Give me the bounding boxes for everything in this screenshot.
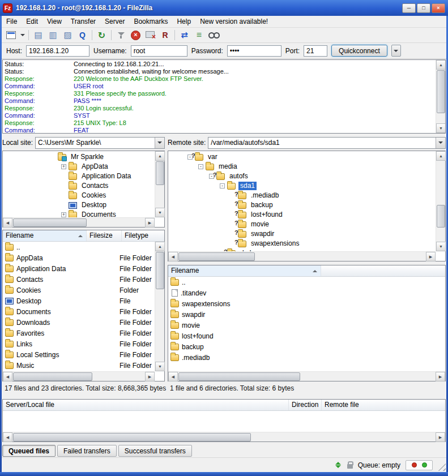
scroll-thumb[interactable] <box>178 372 300 381</box>
remote-tree-toggle-icon[interactable] <box>61 29 75 41</box>
remote-row-titandev[interactable]: .titandev <box>168 288 445 298</box>
tab-successful-transfers[interactable]: Successful transfers <box>118 445 192 457</box>
local-row-local-settings[interactable]: Local Settings File Folder <box>3 349 155 360</box>
column-header-server-local-file[interactable]: Server/Local file <box>3 400 289 410</box>
password-input[interactable] <box>227 45 281 57</box>
remote-tree-item-autofs[interactable]: - autofs <box>168 171 436 181</box>
local-site-value[interactable]: C:\Users\Mr Sparkle\ <box>36 138 155 148</box>
remote-tree-item-lost-found[interactable]: lost+found <box>168 210 436 220</box>
local-tree-item-appdata[interactable]: + AppData <box>3 162 155 171</box>
remote-row-swapdir[interactable]: swapdir <box>168 309 445 320</box>
local-list-hscrollbar[interactable] <box>3 371 155 381</box>
remote-tree-hscrollbar[interactable] <box>168 251 436 261</box>
local-row-desktop[interactable]: Desktop File <box>3 295 155 306</box>
menu-item-transfer[interactable]: Transfer <box>66 16 100 27</box>
local-row-contacts[interactable]: Contacts File Folder <box>3 274 155 285</box>
column-header-filesize[interactable]: Filesize <box>87 230 122 241</box>
filter-icon[interactable] <box>114 29 128 41</box>
maximize-button[interactable]: □ <box>417 3 430 13</box>
scroll-left-button[interactable] <box>3 372 12 381</box>
tree-expander[interactable]: + <box>61 212 66 217</box>
scroll-right-button[interactable] <box>145 218 155 228</box>
scroll-down-button[interactable] <box>155 362 165 371</box>
scroll-right-button[interactable] <box>436 372 445 381</box>
scroll-left-button[interactable] <box>168 252 178 261</box>
remote-tree-item-mediadb[interactable]: .mediadb <box>168 191 436 200</box>
menu-item-view[interactable]: View <box>42 16 66 27</box>
scroll-up-button[interactable] <box>436 151 446 161</box>
remote-tree-item-movie[interactable]: movie <box>168 220 436 229</box>
scroll-down-button[interactable] <box>436 242 446 251</box>
local-tree-toggle-icon[interactable] <box>46 29 60 41</box>
local-tree-item-cookies[interactable]: Cookies <box>3 191 155 200</box>
quickconnect-button[interactable]: Quickconnect <box>331 45 387 57</box>
remote-row-mediadb[interactable]: .mediadb <box>168 352 445 363</box>
remote-tree-item-media[interactable]: - media <box>168 162 436 171</box>
menu-item-file[interactable]: File <box>2 16 22 27</box>
disconnect-icon[interactable] <box>143 29 157 41</box>
queue-toggle-icon[interactable] <box>75 29 89 41</box>
local-row-cookies[interactable]: Cookies Folder <box>3 285 155 295</box>
scroll-up-button[interactable] <box>155 242 165 251</box>
message-log-toggle-icon[interactable] <box>31 29 45 41</box>
remote-row-lost-found[interactable]: lost+found <box>168 331 445 341</box>
local-row-documents[interactable]: Documents File Folder <box>3 306 155 317</box>
minimize-button[interactable]: ─ <box>402 3 416 13</box>
scroll-thumb[interactable] <box>13 433 251 441</box>
menu-item-server[interactable]: Server <box>100 16 129 27</box>
local-row-appdata[interactable]: AppData File Folder <box>3 252 155 263</box>
local-tree-item-application-data[interactable]: Application Data <box>3 171 155 181</box>
scroll-left-button[interactable] <box>3 432 12 442</box>
tree-expander[interactable]: - <box>220 183 225 188</box>
host-input[interactable] <box>26 45 89 57</box>
remote-tree-vscrollbar[interactable] <box>436 151 445 251</box>
local-site-combo[interactable]: C:\Users\Mr Sparkle\ <box>35 137 165 149</box>
log-scrollbar[interactable] <box>436 60 445 133</box>
remote-row-backup[interactable]: backup <box>168 341 445 352</box>
scroll-right-button[interactable] <box>436 432 445 442</box>
menu-item-bookmarks[interactable]: Bookmarks <box>129 16 172 27</box>
scroll-right-button[interactable] <box>426 252 436 261</box>
scroll-left-button[interactable] <box>3 218 12 228</box>
site-manager-dropdown-icon[interactable] <box>19 29 26 41</box>
remote-tree-item-swapdir[interactable]: swapdir <box>168 229 436 239</box>
remote-tree-item-backup[interactable]: backup <box>168 200 436 210</box>
column-header-remote-file[interactable]: Remote file <box>322 400 445 410</box>
local-row-downloads[interactable]: Downloads File Folder <box>3 317 155 328</box>
queue-hscrollbar[interactable] <box>3 432 445 441</box>
cancel-icon[interactable] <box>129 29 143 41</box>
remote-tree-item-swapextensions[interactable]: swapextensions <box>168 239 436 248</box>
scroll-thumb[interactable] <box>13 218 87 227</box>
menu-item-new-version[interactable]: New version available! <box>195 16 272 27</box>
scroll-down-button[interactable] <box>436 123 446 133</box>
column-header-filetype[interactable]: Filetype <box>122 230 164 241</box>
local-tree-vscrollbar[interactable] <box>155 151 164 217</box>
find-files-icon[interactable] <box>207 29 221 41</box>
directory-comparison-icon[interactable] <box>177 29 191 41</box>
refresh-icon[interactable] <box>95 29 109 41</box>
username-input[interactable] <box>131 45 187 57</box>
remote-row-movie[interactable]: movie <box>168 320 445 331</box>
scroll-up-button[interactable] <box>155 151 165 161</box>
scroll-right-button[interactable] <box>145 372 155 381</box>
scroll-thumb[interactable] <box>156 252 164 289</box>
local-row-links[interactable]: Links File Folder <box>3 338 155 349</box>
tab-queued-files[interactable]: Queued files <box>2 445 56 457</box>
remote-tree-item-var[interactable]: - var <box>168 152 436 162</box>
scroll-thumb[interactable] <box>156 161 164 185</box>
local-tree-item-desktop[interactable]: Desktop <box>3 200 155 210</box>
local-row-favorites[interactable]: Favorites File Folder <box>3 328 155 338</box>
scroll-up-button[interactable] <box>436 60 446 70</box>
scroll-left-button[interactable] <box>168 372 178 381</box>
column-header-filename[interactable]: Filename <box>3 230 87 241</box>
scroll-thumb[interactable] <box>178 252 255 261</box>
scroll-down-button[interactable] <box>155 208 165 217</box>
reconnect-icon[interactable] <box>158 29 172 41</box>
remote-row-swapextensions[interactable]: swapextensions <box>168 298 445 309</box>
scroll-thumb[interactable] <box>437 205 445 228</box>
dropdown-arrow-icon[interactable] <box>436 138 445 148</box>
local-row-music[interactable]: Music File Folder <box>3 360 155 371</box>
local-tree-hscrollbar[interactable] <box>3 217 155 227</box>
scroll-thumb[interactable] <box>437 70 445 113</box>
local-tree-item-mr-sparkle[interactable]: Mr Sparkle <box>3 152 155 162</box>
